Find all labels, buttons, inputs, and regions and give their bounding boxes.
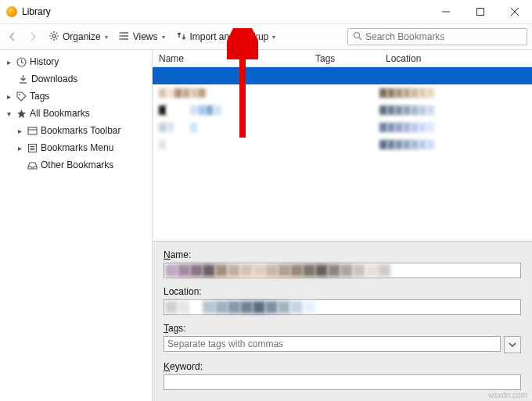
forward-button[interactable]	[25, 29, 41, 45]
back-button[interactable]	[5, 29, 20, 45]
svg-line-10	[56, 38, 57, 38]
search-box[interactable]	[347, 28, 527, 45]
close-button[interactable]	[498, 0, 532, 23]
svg-point-19	[354, 32, 360, 38]
clock-icon	[16, 56, 27, 67]
organize-menu[interactable]: Organize▾	[45, 29, 111, 45]
svg-line-12	[56, 32, 57, 33]
column-tags[interactable]: Tags	[309, 53, 379, 64]
titlebar: Library	[0, 0, 532, 23]
sidebar-item-label: Tags	[30, 91, 49, 102]
views-label: Views	[133, 31, 158, 42]
sidebar-item-all-bookmarks[interactable]: ▾ All Bookmarks	[0, 105, 152, 122]
bookmark-list[interactable]	[153, 67, 532, 241]
svg-point-17	[119, 35, 120, 37]
svg-line-9	[51, 32, 52, 33]
search-input[interactable]	[365, 31, 522, 42]
chevron-right-icon[interactable]: ▸	[5, 58, 13, 66]
maximize-button[interactable]	[463, 0, 498, 23]
sidebar-item-bookmarks-toolbar[interactable]: ▸ Bookmarks Toolbar	[0, 122, 152, 139]
keyword-label: Keyword:	[164, 361, 521, 372]
app-icon	[6, 6, 17, 17]
sidebar-item-label: Other Bookmarks	[41, 159, 113, 170]
sidebar: ▸ History Downloads ▸ Tags ▾ All Bookmar…	[0, 50, 153, 401]
chevron-down-icon: ▾	[105, 34, 108, 41]
sidebar-item-history[interactable]: ▸ History	[0, 53, 152, 70]
column-headers: Name Tags Location	[153, 50, 532, 67]
list-item[interactable]	[153, 119, 532, 136]
sidebar-item-other-bookmarks[interactable]: Other Bookmarks	[0, 156, 152, 174]
tags-input[interactable]	[164, 336, 501, 352]
import-backup-menu[interactable]: Import and Backup▾	[173, 29, 279, 45]
keyword-input[interactable]	[164, 374, 521, 390]
organize-label: Organize	[63, 31, 101, 42]
svg-line-11	[51, 38, 52, 38]
search-icon	[353, 31, 362, 43]
import-export-icon	[176, 30, 187, 44]
svg-line-20	[359, 38, 361, 40]
column-location[interactable]: Location	[379, 53, 532, 64]
chevron-right-icon[interactable]: ▸	[16, 127, 23, 135]
sidebar-item-label: All Bookmarks	[30, 108, 90, 119]
list-item[interactable]	[153, 84, 532, 102]
star-icon	[16, 108, 27, 119]
name-label: Name:	[164, 249, 521, 260]
svg-point-4	[52, 34, 56, 38]
sidebar-item-tags[interactable]: ▸ Tags	[0, 88, 152, 105]
list-item[interactable]	[153, 67, 532, 84]
sidebar-item-label: Bookmarks Toolbar	[41, 125, 121, 136]
chevron-down-icon: ▾	[272, 34, 275, 41]
views-menu[interactable]: Views▾	[116, 29, 168, 45]
tag-icon	[16, 91, 27, 102]
sidebar-item-label: Downloads	[31, 73, 77, 84]
gear-icon	[49, 30, 59, 44]
details-panel: Name: Location: Tags:	[153, 241, 532, 401]
list-item[interactable]	[153, 102, 532, 119]
list-item[interactable]	[153, 136, 532, 153]
watermark: wsxdn.com	[488, 391, 527, 399]
svg-point-23	[19, 94, 20, 95]
list-icon	[119, 30, 130, 44]
tags-label: Tags:	[164, 323, 521, 334]
chevron-right-icon[interactable]: ▸	[16, 144, 23, 152]
content-pane: Name Tags Location Name: Location:	[153, 50, 532, 401]
minimize-button[interactable]	[429, 0, 463, 23]
svg-rect-1	[477, 9, 484, 16]
svg-point-18	[119, 38, 120, 40]
svg-rect-24	[28, 127, 37, 134]
chevron-right-icon[interactable]: ▸	[5, 92, 13, 101]
svg-point-16	[119, 32, 120, 34]
chevron-down-icon[interactable]: ▾	[5, 109, 13, 118]
menu-icon	[27, 142, 38, 153]
sidebar-item-downloads[interactable]: Downloads	[0, 70, 152, 88]
toolbar-icon	[27, 125, 38, 136]
location-label: Location:	[164, 286, 521, 297]
import-backup-label: Import and Backup	[190, 31, 269, 42]
chevron-down-icon: ▾	[162, 34, 165, 41]
download-icon	[17, 73, 28, 84]
sidebar-item-label: History	[30, 56, 59, 67]
column-name[interactable]: Name	[153, 53, 309, 64]
toolbar: Organize▾ Views▾ Import and Backup▾	[0, 23, 532, 50]
inbox-icon	[27, 159, 38, 170]
window-title: Library	[22, 6, 429, 17]
sidebar-item-bookmarks-menu[interactable]: ▸ Bookmarks Menu	[0, 139, 152, 156]
sidebar-item-label: Bookmarks Menu	[41, 142, 113, 153]
tags-dropdown-button[interactable]	[504, 336, 521, 353]
